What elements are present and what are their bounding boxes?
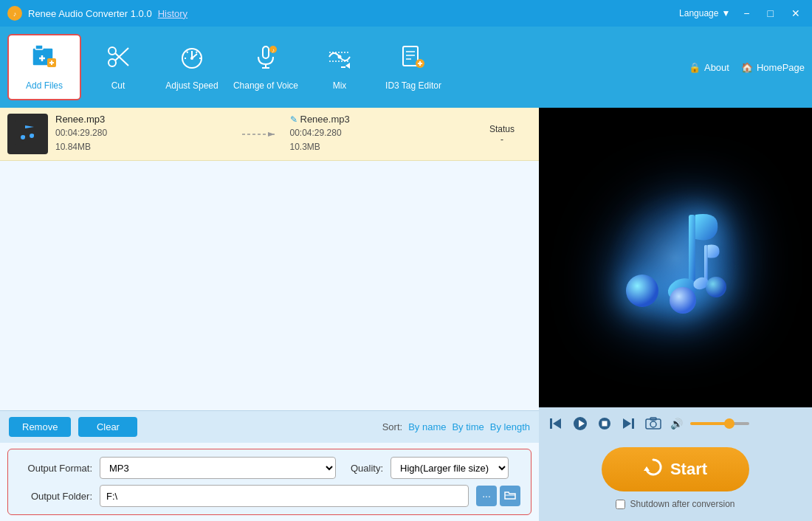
svg-text:♪: ♪	[272, 47, 275, 54]
format-label: Output Format:	[18, 463, 92, 474]
file-output-duration: 00:04:29.280	[290, 126, 466, 140]
main-content: Renee.mp3 00:04:29.280 10.84MB ✎ Renee.m…	[0, 108, 812, 521]
language-label: Language	[679, 8, 718, 18]
conversion-arrow	[238, 127, 283, 142]
folder-browse-button[interactable]: ···	[476, 486, 497, 506]
toolbar-item-label-change-of-voice: Change of Voice	[233, 80, 298, 91]
svg-point-10	[109, 47, 116, 55]
svg-point-9	[109, 59, 116, 66]
volume-slider[interactable]	[690, 422, 749, 425]
svg-rect-55	[632, 418, 634, 429]
toolbar-item-mix[interactable]: Mix	[303, 34, 376, 100]
table-row: Renee.mp3 00:04:29.280 10.84MB ✎ Renee.m…	[0, 108, 539, 161]
homepage-label: HomePage	[757, 62, 805, 73]
shutdown-row: Shutdown after conversion	[616, 499, 734, 509]
start-button[interactable]: Start	[602, 447, 749, 491]
toolbar-item-add-files[interactable]: Add Files	[7, 34, 81, 100]
history-label[interactable]: History	[158, 8, 187, 19]
svg-point-47	[670, 287, 696, 314]
svg-marker-50	[553, 418, 561, 429]
player-controls: 🔊	[539, 407, 812, 440]
about-label: About	[704, 62, 729, 73]
svg-rect-38	[15, 120, 41, 146]
toolbar-item-label-add-files: Add Files	[26, 80, 63, 91]
change-of-voice-icon: ♪	[252, 44, 279, 76]
toolbar-left: Add Files Cut	[7, 34, 450, 100]
toolbar-item-adjust-speed[interactable]: Adjust Speed	[155, 34, 229, 100]
output-format-row: Output Format: MP3 AAC FLAC WAV OGG WMA …	[18, 457, 520, 479]
titlebar-left: ♪ Renee Audio Converter 1.0.0 History	[7, 6, 187, 21]
bottom-bar: Remove Clear Sort: By name By time By le…	[0, 410, 539, 443]
toolbar-right: 🔒 About 🏠 HomePage	[689, 62, 805, 73]
svg-point-28	[338, 55, 342, 59]
svg-rect-3	[35, 45, 43, 49]
svg-point-48	[706, 277, 726, 297]
svg-marker-29	[345, 63, 350, 69]
file-status-label: Status	[472, 124, 531, 134]
toolbar-item-label-adjust-speed: Adjust Speed	[165, 80, 218, 91]
file-output-name: ✎ Renee.mp3	[290, 114, 466, 125]
maximize-button[interactable]: □	[763, 6, 778, 21]
app-logo: ♪	[7, 6, 22, 21]
mix-icon	[326, 44, 353, 76]
svg-line-19	[196, 52, 198, 53]
svg-line-18	[187, 52, 188, 53]
titlebar: ♪ Renee Audio Converter 1.0.0 History La…	[0, 0, 812, 27]
language-button[interactable]: Language ▼	[679, 8, 730, 18]
svg-rect-21	[263, 46, 269, 58]
homepage-button[interactable]: 🏠 HomePage	[741, 62, 805, 73]
toolbar-item-change-of-voice[interactable]: ♪ Change of Voice	[229, 34, 303, 100]
skip-forward-button[interactable]	[620, 415, 636, 432]
svg-marker-60	[644, 466, 650, 471]
close-button[interactable]: ✕	[787, 6, 805, 21]
file-input-info: Renee.mp3 00:04:29.280 10.84MB	[55, 114, 231, 154]
volume-icon: 🔊	[670, 418, 683, 429]
file-status: Status -	[472, 124, 531, 145]
screenshot-button[interactable]	[644, 415, 663, 432]
titlebar-right: Language ▼ − □ ✕	[679, 6, 805, 21]
remove-button[interactable]: Remove	[9, 417, 71, 437]
right-panel: 🔊 Start Shutdown after conversion	[539, 108, 812, 521]
quality-label: Quality:	[351, 463, 383, 474]
lock-icon: 🔒	[689, 62, 701, 73]
start-label: Start	[670, 460, 707, 479]
svg-text:♪: ♪	[13, 10, 17, 18]
sort-by-length[interactable]: By length	[490, 421, 530, 432]
start-section: Start Shutdown after conversion	[539, 440, 812, 521]
sort-by-name[interactable]: By name	[408, 421, 446, 432]
app-title: Renee Audio Converter 1.0.0	[28, 8, 152, 19]
stop-button[interactable]	[596, 415, 613, 432]
preview-area	[539, 108, 812, 407]
clear-button[interactable]: Clear	[78, 417, 137, 437]
sort-label: Sort:	[382, 421, 402, 432]
folder-input[interactable]	[100, 485, 469, 507]
svg-rect-42	[689, 215, 695, 288]
toolbar-item-label-cut: Cut	[111, 80, 125, 91]
play-button[interactable]	[571, 415, 589, 432]
toolbar: Add Files Cut	[0, 27, 812, 108]
dots-icon: ···	[482, 490, 491, 502]
about-button[interactable]: 🔒 About	[689, 62, 729, 73]
file-status-value: -	[472, 134, 531, 145]
file-thumbnail	[7, 114, 48, 154]
edit-icon: ✎	[290, 114, 297, 125]
file-output-info: ✎ Renee.mp3 00:04:29.280 10.3MB	[290, 114, 466, 154]
folder-label: Output Folder:	[18, 491, 92, 502]
svg-point-58	[650, 421, 656, 427]
home-icon: 🏠	[741, 62, 753, 73]
minimize-button[interactable]: −	[739, 6, 754, 21]
toolbar-item-id3-tag-editor[interactable]: ID3 Tag Editor	[376, 34, 450, 100]
folder-open-button[interactable]	[500, 486, 520, 506]
folder-buttons: ···	[476, 486, 520, 506]
toolbar-item-label-id3-tag-editor: ID3 Tag Editor	[385, 80, 441, 91]
lang-dropdown-icon: ▼	[721, 8, 730, 18]
output-format-select[interactable]: MP3 AAC FLAC WAV OGG WMA	[100, 457, 336, 479]
skip-back-button[interactable]	[548, 415, 564, 432]
quality-select[interactable]: High(Larger file size) Medium Low	[390, 457, 509, 479]
toolbar-item-cut[interactable]: Cut	[81, 34, 155, 100]
svg-rect-44	[704, 245, 708, 283]
sort-by-time[interactable]: By time	[452, 421, 484, 432]
svg-rect-54	[602, 421, 608, 427]
svg-rect-49	[550, 418, 552, 429]
shutdown-checkbox[interactable]	[616, 500, 625, 509]
